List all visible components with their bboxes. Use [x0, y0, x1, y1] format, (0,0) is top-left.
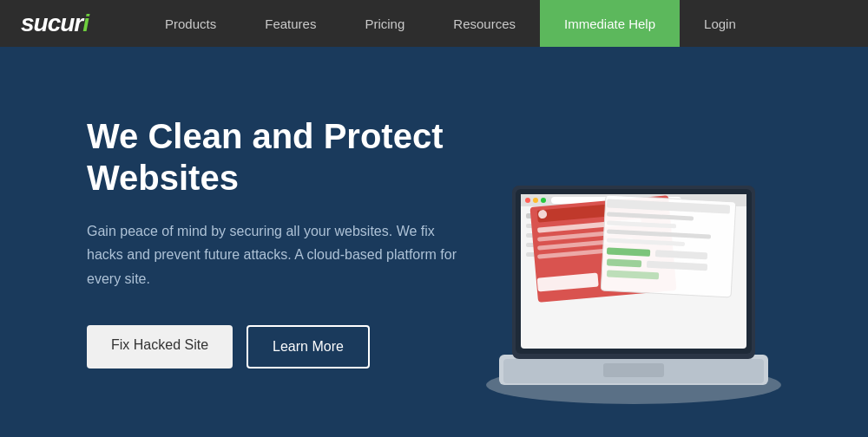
svg-point-9 — [533, 198, 538, 203]
svg-point-8 — [525, 198, 530, 203]
nav-links: Products Features Pricing Resources Imme… — [141, 0, 847, 47]
nav-products[interactable]: Products — [141, 0, 240, 47]
hero-title: We Clean and Protect Websites — [87, 115, 512, 199]
hero-subtitle: Gain peace of mind by securing all your … — [87, 219, 460, 290]
hero-content: We Clean and Protect Websites Gain peace… — [87, 115, 512, 369]
hero-section: We Clean and Protect Websites Gain peace… — [0, 47, 868, 437]
logo-text: sucuri — [21, 10, 89, 37]
nav-login[interactable]: Login — [680, 0, 760, 47]
nav-pricing[interactable]: Pricing — [340, 0, 429, 47]
fix-hacked-site-button[interactable]: Fix Hacked Site — [87, 325, 233, 369]
nav-resources[interactable]: Resources — [429, 0, 540, 47]
learn-more-button[interactable]: Learn More — [247, 325, 370, 369]
navbar: sucuri Products Features Pricing Resourc… — [0, 0, 868, 47]
logo-main: sucur — [21, 10, 82, 36]
hero-buttons: Fix Hacked Site Learn More — [87, 325, 512, 369]
svg-rect-3 — [603, 363, 664, 377]
svg-point-10 — [541, 198, 546, 203]
nav-features[interactable]: Features — [240, 0, 340, 47]
logo[interactable]: sucuri — [21, 10, 89, 37]
nav-immediate-help[interactable]: Immediate Help — [540, 0, 680, 47]
logo-highlight: i — [82, 10, 89, 36]
